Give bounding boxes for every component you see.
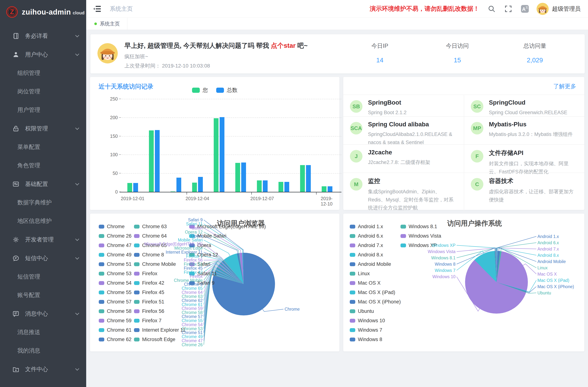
stat-label: 总访问量 bbox=[496, 42, 574, 50]
pie-callout-Mac OS X (iPad): Mac OS X (iPad) bbox=[537, 278, 583, 283]
y-axis-tick-label: 150 bbox=[96, 133, 118, 139]
sidebar-menu: 务必详看用户中心组织管理岗位管理用户管理权限管理菜单配置角色管理基础配置数据字典… bbox=[0, 27, 86, 379]
bar-您-2019-12-02 bbox=[149, 130, 154, 192]
tech-item-name: 文件存储API bbox=[489, 149, 578, 157]
fullscreen-icon[interactable] bbox=[504, 5, 512, 13]
sidebar-item-label: 开发者管理 bbox=[25, 236, 54, 244]
pie-callout-Windows 10: Windows 10 bbox=[343, 274, 456, 279]
sidebar-subitem-6-1[interactable]: 我的消息 bbox=[0, 342, 86, 360]
bar-总数-2019-12-07 bbox=[263, 180, 268, 192]
sidebar-subitem-2-0[interactable]: 菜单配置 bbox=[0, 138, 86, 156]
chevron-down-icon bbox=[75, 256, 79, 260]
sidebar-item-3[interactable]: 基础配置 bbox=[0, 175, 86, 193]
browser-chart-title: 访问用户浏览器 bbox=[217, 219, 265, 228]
brw-card-pie[interactable] bbox=[212, 253, 275, 315]
tech-item-6: M监控集成SpringBootAdmin、Zipkin、Redis、Mysql、… bbox=[343, 172, 464, 212]
legend-label: Android 1.x bbox=[358, 224, 383, 229]
sidebar-subitem-5-0[interactable]: 短信管理 bbox=[0, 267, 86, 286]
legend-item-Windows 8[interactable]: Windows 8 bbox=[350, 337, 382, 342]
sidebar-item-label: 文件中心 bbox=[25, 366, 48, 373]
search-icon[interactable] bbox=[487, 5, 496, 13]
tech-item-body: SpringBootSpring Boot 2.1.2 bbox=[368, 99, 407, 116]
legend-label: Windows 8.1 bbox=[409, 224, 437, 229]
legend-item-Mac OS X (iPad)[interactable]: Mac OS X (iPad) bbox=[350, 290, 395, 295]
sidebar: Z zuihou-admin cloud 务必详看用户中心组织管理岗位管理用户管… bbox=[0, 0, 86, 387]
x-axis-tick bbox=[187, 192, 187, 195]
pie-callout-Windows XP: Windows XP bbox=[343, 243, 456, 248]
stat-2: 总访问量2,029 bbox=[496, 42, 574, 64]
learn-more-link[interactable]: 了解更多 bbox=[553, 82, 576, 90]
tech-item-name: 容器技术 bbox=[489, 177, 578, 185]
user-icon bbox=[12, 51, 20, 58]
bar-您-2019-12-01 bbox=[127, 183, 132, 192]
sidebar-subitem-6-0[interactable]: 消息推送 bbox=[0, 323, 86, 342]
user-avatar[interactable] bbox=[537, 3, 549, 15]
tech-item-2: SCASpring Cloud alibabaSpringCloudAlibab… bbox=[343, 116, 464, 144]
legend-item-Windows 8.1[interactable]: Windows 8.1 bbox=[400, 224, 437, 229]
bar-总数-2019-12-08 bbox=[284, 182, 289, 192]
tab-home[interactable]: 系统主页 bbox=[86, 18, 127, 30]
legend-label: Android 6.x bbox=[358, 233, 383, 239]
chevron-down-icon bbox=[75, 237, 79, 241]
legend-item-Windows 7[interactable]: Windows 7 bbox=[350, 327, 382, 333]
gear-icon bbox=[12, 236, 20, 243]
demo-warning-text: 演示环境维护不易，请勿乱删乱改数据！ bbox=[370, 5, 479, 13]
app-title-suffix: cloud bbox=[73, 10, 84, 16]
legend-item-Ubuntu[interactable]: Ubuntu bbox=[350, 308, 374, 314]
star-link[interactable]: 点个star bbox=[271, 42, 295, 49]
menu-fold-icon[interactable] bbox=[93, 4, 103, 14]
current-user-name[interactable]: 超级管理员 bbox=[552, 5, 581, 13]
bar-总数-2019-12-05 bbox=[220, 117, 224, 192]
os-card-pie[interactable] bbox=[465, 251, 528, 314]
sidebar-item-5[interactable]: 短信中心 bbox=[0, 249, 86, 267]
legend-label: Windows 10 bbox=[358, 318, 385, 324]
legend-item-Mac OS X (iPhone)[interactable]: Mac OS X (iPhone) bbox=[350, 299, 401, 305]
chevron-down-icon bbox=[75, 33, 79, 37]
sidebar-item-2[interactable]: 权限管理 bbox=[0, 119, 86, 138]
sidebar-item-4[interactable]: 开发者管理 bbox=[0, 230, 86, 249]
tech-item-3: MPMybatis-PlusMybatis-plus 3.2.0：Mybatis… bbox=[464, 116, 584, 144]
sidebar-item-6[interactable]: 消息中心 bbox=[0, 304, 86, 323]
y-axis-tick-label: 200 bbox=[96, 115, 118, 120]
legend-label: Windows 8 bbox=[358, 337, 382, 342]
sidebar-item-0[interactable]: 务必详看 bbox=[0, 27, 86, 45]
legend-item-Mac OS X[interactable]: Mac OS X bbox=[350, 280, 380, 286]
visit-bar-chart[interactable]: 0501001502002502019-12-012019-12-042019-… bbox=[90, 77, 339, 210]
pie-callout-Android 6.x: Android 6.x bbox=[537, 240, 583, 245]
sidebar-item-7[interactable]: 文件中心 bbox=[0, 360, 86, 379]
legend-swatch bbox=[350, 225, 355, 228]
bar-总数-2019-12-06 bbox=[241, 163, 246, 192]
y-axis-tick-label: 100 bbox=[96, 152, 118, 157]
tech-item-desc: Mybatis-plus 3.2.0：Mybatis 增强组件 bbox=[489, 130, 573, 139]
greeting-text: 早上好, 超级管理员, 今天帮别人解决问题了吗 帮我 bbox=[124, 42, 271, 49]
legend-item-Android 1.x[interactable]: Android 1.x bbox=[350, 224, 383, 229]
sidebar-item-label: 短信中心 bbox=[25, 254, 48, 262]
bar-总数-2019-12-01 bbox=[133, 183, 138, 192]
y-axis-tick-label: 50 bbox=[96, 171, 118, 176]
sidebar-subitem-3-0[interactable]: 数据字典维护 bbox=[0, 193, 86, 212]
x-axis-tick bbox=[251, 192, 252, 195]
sidebar-subitem-5-1[interactable]: 账号配置 bbox=[0, 286, 86, 304]
legend-swatch bbox=[350, 281, 355, 285]
legend-label: Mac OS X (iPad) bbox=[358, 290, 395, 295]
sidebar-subitem-1-1[interactable]: 岗位管理 bbox=[0, 82, 86, 101]
tech-abbr-icon: SB bbox=[350, 100, 362, 113]
sidebar-subitem-2-1[interactable]: 角色管理 bbox=[0, 156, 86, 175]
legend-label: Mac OS X bbox=[358, 280, 380, 286]
sidebar-item-1[interactable]: 用户中心 bbox=[0, 45, 86, 64]
y-axis-tick bbox=[119, 117, 121, 118]
legend-item-Windows Vista[interactable]: Windows Vista bbox=[400, 233, 441, 239]
sidebar-subitem-1-0[interactable]: 组织管理 bbox=[0, 64, 86, 82]
tech-item-name: SpringBoot bbox=[368, 99, 407, 106]
legend-item-Windows 10[interactable]: Windows 10 bbox=[350, 318, 385, 324]
folder-plus-icon bbox=[12, 366, 20, 373]
sidebar-subitem-1-2[interactable]: 用户管理 bbox=[0, 101, 86, 119]
tech-item-1: SCSpringCloudSpring Cloud Greenwich.RELE… bbox=[464, 95, 584, 116]
visit-stats: 今日IP14今日访问15总访问量2,029 bbox=[341, 42, 574, 64]
legend-item-Android 6.x[interactable]: Android 6.x bbox=[350, 233, 383, 239]
language-icon[interactable]: A文 bbox=[521, 5, 529, 13]
tabs-bar: 系统主页 bbox=[86, 18, 588, 30]
bar-您-2019-12-08 bbox=[278, 182, 283, 192]
sidebar-item-label: 务必详看 bbox=[25, 32, 48, 40]
sidebar-subitem-3-1[interactable]: 地区信息维护 bbox=[0, 212, 86, 230]
